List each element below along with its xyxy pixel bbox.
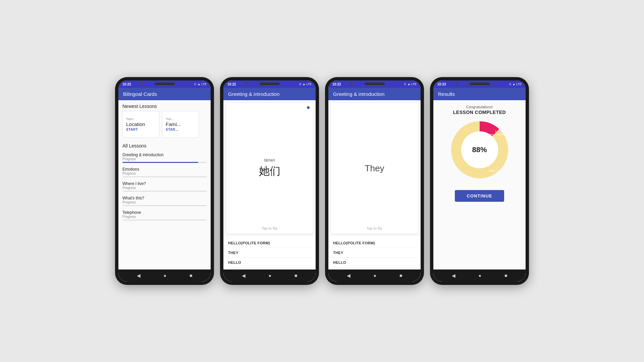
tap-to-flip-2[interactable]: Tap to flip <box>262 226 277 230</box>
lesson-name-where: Where I live? <box>122 181 207 186</box>
lesson-progress-what: Progress <box>122 200 207 204</box>
newest-lesson-family[interactable]: Topi... Fami... STAR... <box>162 111 199 138</box>
topic-label-2: Topi... <box>166 117 195 121</box>
status-time-3: 10:22 <box>332 82 341 86</box>
list-item-whats-this[interactable]: What's this? Progress <box>118 194 211 208</box>
phone-card-english: 10:22 ⊙ ▲ LTE Greeting & introduction Th… <box>325 77 424 285</box>
nav-bar-home: ◀ ● ■ <box>118 269 211 282</box>
start-btn-1[interactable]: START <box>126 128 156 131</box>
lesson-name-telephone: Telephone <box>122 210 207 215</box>
lesson-name-greeting: Greeting & introduction <box>122 153 207 157</box>
topic-label-1: Topic: <box>126 117 156 121</box>
blue-dot <box>307 106 310 109</box>
flashcard-chinese[interactable]: tāmen 她们 Tap to flip <box>226 103 313 234</box>
congrats-text: Congratulations! <box>466 105 493 109</box>
phone-home: 10:23 ⊙ ▲ LTE Bilingoal Cards Newest Les… <box>115 77 214 285</box>
wrong-label: 3 Wrong Answers <box>486 130 505 136</box>
lesson-progress-where: Progress <box>122 186 207 190</box>
app-title-4: Results <box>438 91 455 97</box>
nav-square-icon[interactable]: ■ <box>190 273 192 278</box>
card-pinyin: tāmen <box>264 158 275 163</box>
lesson-progress-telephone: Progress <box>122 215 207 219</box>
list-item-greeting[interactable]: Greeting & introduction Progress <box>118 150 211 165</box>
lesson-name-what: What's this? <box>122 196 207 200</box>
card-screen-english: They Tap to flip HELLO(POLITE FORM) THEY… <box>328 100 421 269</box>
start-btn-2[interactable]: STAR... <box>166 128 195 131</box>
newest-lessons-title: Newest Lessons <box>118 100 211 111</box>
phone-results: 10:23 ⊙ ▲ LTE Results Congratulations! L… <box>430 77 529 285</box>
nav-back-icon-3[interactable]: ◀ <box>347 273 351 278</box>
lesson-progress-emotions: Progress <box>122 172 207 175</box>
phones-container: 10:23 ⊙ ▲ LTE Bilingoal Cards Newest Les… <box>115 77 529 285</box>
app-bar-3: Greeting & introduction <box>328 88 421 100</box>
app-bar-4: Results <box>433 88 526 100</box>
results-content: Congratulations! LESSON COMPLETED <box>433 100 526 269</box>
app-title: Bilingoal Cards <box>123 91 157 97</box>
choice-3-2[interactable]: HELLO <box>226 258 313 267</box>
app-bar-home: Bilingoal Cards <box>118 88 211 100</box>
app-title-2: Greeting & introduction <box>228 91 279 97</box>
phone-card-chinese: 10:22 ⊙ ▲ LTE Greeting & introduction tā… <box>220 77 319 285</box>
donut-chart: 88% 3 Wrong Answers 21 Right Answers <box>449 120 510 180</box>
answer-choices-2: HELLO(POLITE FORM) THEY HELLO <box>223 236 316 269</box>
status-time-4: 10:23 <box>437 82 446 86</box>
app-title-3: Greeting & introduction <box>333 91 384 97</box>
status-time-2: 10:22 <box>227 82 236 86</box>
nav-bar-3: ◀ ● ■ <box>328 269 421 282</box>
home-screen: Newest Lessons Topic: Location START Top… <box>118 100 211 269</box>
topic-name-1: Location <box>126 121 156 127</box>
status-time: 10:23 <box>122 82 131 86</box>
nav-home-icon-4[interactable]: ● <box>479 273 481 278</box>
choice-2-3[interactable]: THEY <box>331 248 418 258</box>
nav-bar-2: ◀ ● ■ <box>223 269 316 282</box>
lesson-progress-greeting: Progress <box>122 157 207 161</box>
status-icons-3: ⊙ ▲ LTE <box>404 82 417 86</box>
app-bar-2: Greeting & introduction <box>223 88 316 100</box>
lesson-name-emotions: Emotions <box>122 167 207 172</box>
nav-home-icon-2[interactable]: ● <box>269 273 271 278</box>
newest-lessons-row: Topic: Location START Topi... Fami... ST… <box>118 111 211 141</box>
choice-1-3[interactable]: HELLO(POLITE FORM) <box>331 238 418 248</box>
nav-back-icon[interactable]: ◀ <box>137 273 141 278</box>
list-item-where-i-live[interactable]: Where I live? Progress <box>118 179 211 194</box>
tap-to-flip-3[interactable]: Tap to flip <box>367 226 382 230</box>
results-screen: Congratulations! LESSON COMPLETED <box>433 100 526 269</box>
nav-square-icon-2[interactable]: ■ <box>294 273 297 278</box>
flashcard-english[interactable]: They Tap to flip <box>331 103 418 234</box>
right-label: 21 Right Answers <box>489 166 506 173</box>
status-icons: ⊙ ▲ LTE <box>194 82 207 86</box>
status-icons-4: ⊙ ▲ LTE <box>509 82 522 86</box>
nav-home-icon-3[interactable]: ● <box>374 273 376 278</box>
choice-2-2[interactable]: THEY <box>226 248 313 258</box>
newest-lesson-location[interactable]: Topic: Location START <box>122 111 159 138</box>
all-lessons-title: All Lessons <box>118 141 211 150</box>
percentage-text: 88% <box>472 145 487 154</box>
nav-back-icon-2[interactable]: ◀ <box>242 273 246 278</box>
choice-1-2[interactable]: HELLO(POLITE FORM) <box>226 238 313 248</box>
continue-button[interactable]: CONTINUE <box>455 190 504 202</box>
card-chinese-char: 她们 <box>259 164 280 179</box>
nav-bar-4: ◀ ● ■ <box>433 269 526 282</box>
nav-back-icon-4[interactable]: ◀ <box>452 273 455 278</box>
status-icons-2: ⊙ ▲ LTE <box>299 82 312 86</box>
lesson-completed-text: LESSON COMPLETED <box>453 110 506 115</box>
nav-square-icon-3[interactable]: ■ <box>399 273 402 278</box>
answer-choices-3: HELLO(POLITE FORM) THEY HELLO <box>328 236 421 269</box>
nav-square-icon-4[interactable]: ■ <box>504 273 507 278</box>
card-english-word: They <box>365 163 384 174</box>
card-screen-chinese: tāmen 她们 Tap to flip HELLO(POLITE FORM) … <box>223 100 316 269</box>
topic-name-2: Fami... <box>166 121 195 127</box>
nav-home-icon[interactable]: ● <box>164 273 166 278</box>
list-item-telephone[interactable]: Telephone Progress <box>118 208 211 223</box>
list-item-emotions[interactable]: Emotions Progress <box>118 165 211 179</box>
choice-3-3[interactable]: HELLO <box>331 258 418 267</box>
